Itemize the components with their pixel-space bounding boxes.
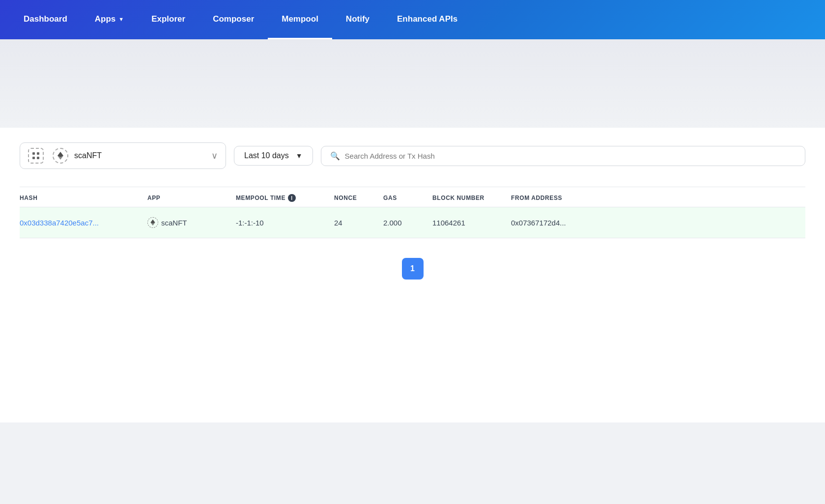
nav-notify[interactable]: Notify (332, 0, 383, 39)
cell-app-name: scaNFT (161, 219, 187, 227)
svg-rect-3 (37, 157, 39, 159)
cell-block-number: 11064261 (432, 219, 511, 227)
page-1-button[interactable]: 1 (402, 258, 424, 280)
nav-explorer[interactable]: Explorer (138, 0, 199, 39)
col-app: APP (147, 194, 236, 202)
eth-icon (53, 148, 68, 164)
cell-app: scaNFT (147, 217, 236, 228)
col-from-address: FROM ADDRESS (511, 194, 805, 202)
table-container: HASH APP MEMPOOL TIME i NONCE GAS BLOCK … (20, 187, 805, 238)
apps-dropdown-arrow: ▼ (118, 16, 124, 22)
app-selector-chevron: ∨ (211, 150, 218, 161)
search-icon: 🔍 (330, 151, 340, 161)
hero-area (0, 39, 825, 128)
col-nonce: NONCE (334, 194, 383, 202)
cell-hash[interactable]: 0x03d338a7420e5ac7... (20, 219, 147, 227)
col-gas: GAS (383, 194, 432, 202)
col-block-number: BLOCK NUMBER (432, 194, 511, 202)
mempool-time-info-icon[interactable]: i (288, 194, 296, 202)
date-selector[interactable]: Last 10 days ▼ (234, 146, 313, 166)
nav-dashboard[interactable]: Dashboard (10, 0, 81, 39)
table-row: 0x03d338a7420e5ac7... scaNFT -1:-1:-10 2… (20, 207, 805, 238)
col-mempool-time: MEMPOOL TIME i (236, 194, 334, 202)
app-selector[interactable]: scaNFT ∨ (20, 142, 226, 169)
date-dropdown-arrow: ▼ (296, 152, 303, 160)
app-selector-name: scaNFT (74, 151, 205, 160)
app-selector-grid-icon (28, 148, 44, 164)
search-input[interactable] (345, 152, 796, 160)
nav-enhanced-apis[interactable]: Enhanced APIs (383, 0, 471, 39)
search-box: 🔍 (321, 146, 805, 166)
navbar: Dashboard Apps ▼ Explorer Composer Mempo… (0, 0, 825, 39)
col-hash: HASH (20, 194, 147, 202)
cell-nonce: 24 (334, 219, 383, 227)
nav-mempool[interactable]: Mempool (268, 0, 332, 39)
cell-app-eth-icon (147, 217, 158, 228)
cell-mempool-time: -1:-1:-10 (236, 219, 334, 227)
date-selector-value: Last 10 days (244, 151, 289, 160)
svg-rect-2 (32, 157, 35, 159)
nav-composer[interactable]: Composer (199, 0, 268, 39)
cell-from-address: 0x07367172d4... (511, 219, 805, 227)
svg-rect-1 (37, 152, 39, 155)
filter-row: scaNFT ∨ Last 10 days ▼ 🔍 (20, 142, 805, 169)
svg-rect-0 (32, 152, 35, 155)
content-area: scaNFT ∨ Last 10 days ▼ 🔍 HASH APP MEMPO… (0, 128, 825, 422)
table-header: HASH APP MEMPOOL TIME i NONCE GAS BLOCK … (20, 187, 805, 207)
pagination: 1 (20, 258, 805, 280)
nav-apps[interactable]: Apps ▼ (81, 0, 138, 39)
cell-gas: 2.000 (383, 219, 432, 227)
